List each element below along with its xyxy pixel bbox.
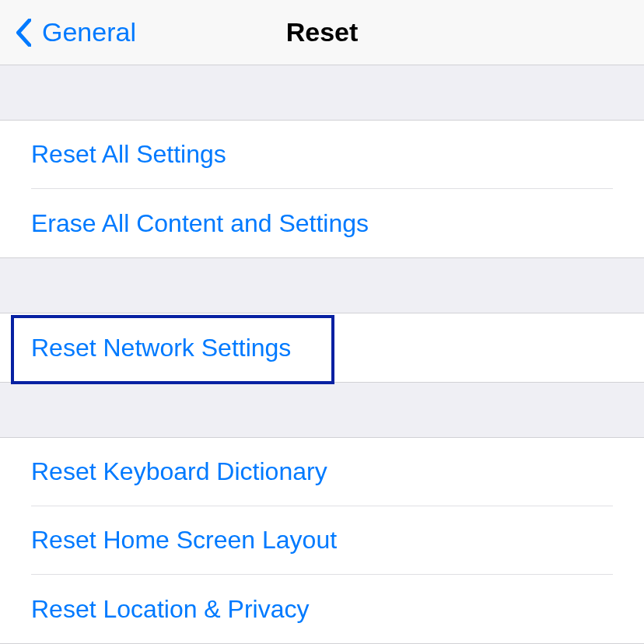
erase-all-content-item[interactable]: Erase All Content and Settings — [0, 189, 644, 257]
reset-all-settings-item[interactable]: Reset All Settings — [0, 121, 644, 189]
list-item-label: Reset Home Screen Layout — [31, 506, 613, 575]
reset-location-privacy-item[interactable]: Reset Location & Privacy — [0, 575, 644, 643]
section-spacer — [0, 65, 644, 120]
page-title: Reset — [286, 17, 359, 47]
reset-network-settings-item[interactable]: Reset Network Settings — [0, 313, 644, 382]
list-item-label: Reset Location & Privacy — [31, 575, 613, 643]
section-other-reset: Reset Keyboard Dictionary Reset Home Scr… — [0, 437, 644, 644]
chevron-left-icon — [14, 17, 33, 48]
list-item-label: Reset Network Settings — [31, 313, 613, 382]
reset-home-screen-layout-item[interactable]: Reset Home Screen Layout — [0, 506, 644, 575]
section-spacer — [0, 383, 644, 437]
navbar: General Reset — [0, 0, 644, 65]
back-button[interactable]: General — [0, 17, 136, 48]
back-label: General — [42, 17, 136, 47]
section-general-reset: Reset All Settings Erase All Content and… — [0, 120, 644, 258]
reset-keyboard-dictionary-item[interactable]: Reset Keyboard Dictionary — [0, 438, 644, 506]
list-item-label: Reset All Settings — [31, 121, 613, 189]
section-spacer — [0, 258, 644, 313]
list-item-label: Erase All Content and Settings — [31, 189, 613, 257]
list-item-label: Reset Keyboard Dictionary — [31, 438, 613, 506]
section-network-reset: Reset Network Settings — [0, 313, 644, 383]
